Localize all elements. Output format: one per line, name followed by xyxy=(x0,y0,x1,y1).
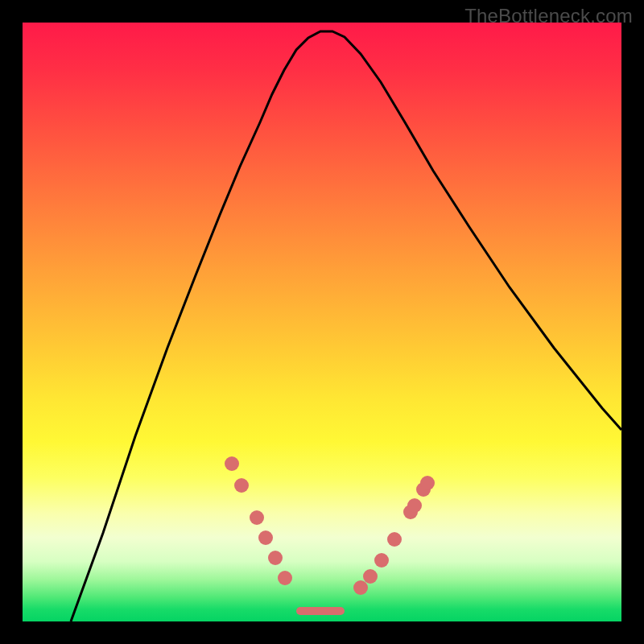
data-marker xyxy=(407,498,422,513)
data-marker xyxy=(250,510,264,525)
data-marker xyxy=(363,569,378,584)
watermark-text: TheBottleneck.com xyxy=(464,5,633,27)
data-marker xyxy=(258,530,273,545)
data-marker xyxy=(234,478,249,493)
data-marker xyxy=(225,456,239,471)
markers-left-group xyxy=(225,456,292,585)
data-marker xyxy=(278,571,292,585)
plot-area xyxy=(23,23,621,621)
minimum-flat-segment xyxy=(296,607,345,615)
data-marker xyxy=(353,580,368,595)
data-marker xyxy=(387,532,402,547)
markers-right-group xyxy=(353,476,435,595)
chart-svg xyxy=(23,23,621,621)
data-marker xyxy=(420,476,435,490)
chart-frame: TheBottleneck.com xyxy=(0,0,644,644)
data-marker xyxy=(374,553,389,568)
bottleneck-curve xyxy=(71,31,621,621)
data-marker xyxy=(268,551,283,565)
